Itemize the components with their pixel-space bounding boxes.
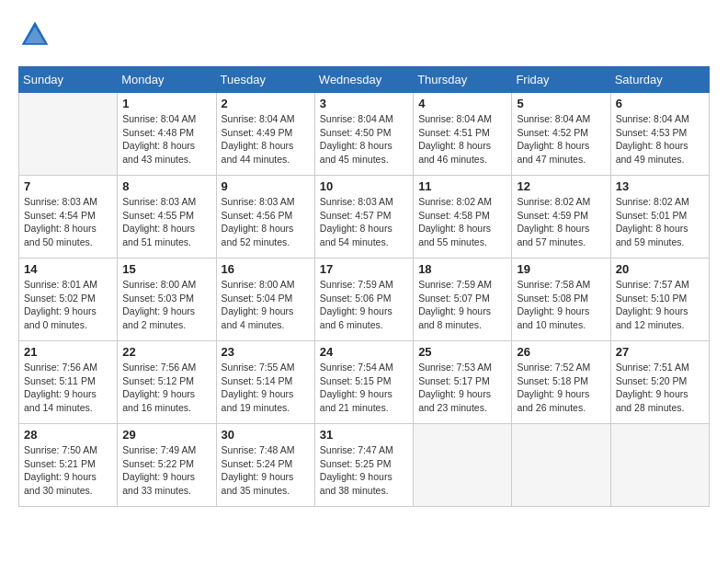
day-number: 1 (122, 97, 210, 110)
day-number: 5 (517, 97, 605, 110)
calendar-day-cell: 17Sunrise: 7:59 AMSunset: 5:06 PMDayligh… (314, 259, 413, 341)
calendar-week-row: 14Sunrise: 8:01 AMSunset: 5:02 PMDayligh… (19, 259, 710, 341)
day-number: 15 (122, 262, 210, 276)
calendar-weekday-header: Friday (512, 67, 610, 93)
day-info: Sunrise: 8:04 AMSunset: 4:51 PMDaylight:… (418, 112, 506, 167)
day-info: Sunrise: 8:04 AMSunset: 4:50 PMDaylight:… (320, 112, 408, 167)
calendar-weekday-header: Monday (118, 67, 216, 93)
day-info: Sunrise: 7:55 AMSunset: 5:14 PMDaylight:… (222, 361, 310, 415)
calendar-header-row: SundayMondayTuesdayWednesdayThursdayFrid… (19, 67, 710, 93)
logo (18, 18, 55, 52)
calendar-day-cell: 11Sunrise: 8:02 AMSunset: 4:58 PMDayligh… (414, 176, 512, 259)
day-info: Sunrise: 7:56 AMSunset: 5:11 PMDaylight:… (24, 361, 112, 415)
day-info: Sunrise: 8:02 AMSunset: 4:59 PMDaylight:… (517, 195, 605, 249)
calendar-day-cell: 14Sunrise: 8:01 AMSunset: 5:02 PMDayligh… (19, 259, 118, 341)
calendar-week-row: 28Sunrise: 7:50 AMSunset: 5:21 PMDayligh… (19, 424, 710, 507)
calendar-weekday-header: Sunday (19, 67, 118, 93)
day-info: Sunrise: 7:57 AMSunset: 5:10 PMDaylight:… (616, 278, 704, 332)
day-info: Sunrise: 8:04 AMSunset: 4:48 PMDaylight:… (122, 112, 210, 167)
calendar-day-cell: 2Sunrise: 8:04 AMSunset: 4:49 PMDaylight… (216, 93, 314, 176)
day-number: 30 (222, 428, 310, 442)
day-info: Sunrise: 7:58 AMSunset: 5:08 PMDaylight:… (517, 278, 605, 332)
day-info: Sunrise: 8:03 AMSunset: 4:54 PMDaylight:… (24, 195, 112, 249)
calendar-day-cell: 9Sunrise: 8:03 AMSunset: 4:56 PMDaylight… (216, 176, 314, 259)
day-number: 10 (320, 179, 408, 193)
day-info: Sunrise: 7:54 AMSunset: 5:15 PMDaylight:… (320, 361, 408, 415)
day-number: 20 (616, 262, 704, 276)
calendar-day-cell: 30Sunrise: 7:48 AMSunset: 5:24 PMDayligh… (216, 424, 314, 507)
calendar-day-cell: 4Sunrise: 8:04 AMSunset: 4:51 PMDaylight… (414, 93, 512, 176)
day-number: 14 (24, 262, 112, 276)
calendar-weekday-header: Saturday (610, 67, 709, 93)
day-number: 19 (517, 262, 605, 276)
calendar-day-cell (610, 424, 709, 507)
calendar-day-cell: 18Sunrise: 7:59 AMSunset: 5:07 PMDayligh… (414, 259, 512, 341)
calendar-day-cell: 22Sunrise: 7:56 AMSunset: 5:12 PMDayligh… (118, 341, 216, 424)
day-number: 12 (517, 179, 605, 193)
day-info: Sunrise: 8:02 AMSunset: 5:01 PMDaylight:… (616, 195, 704, 249)
day-info: Sunrise: 7:59 AMSunset: 5:07 PMDaylight:… (418, 278, 506, 332)
day-number: 25 (418, 345, 506, 359)
day-number: 21 (24, 345, 112, 359)
calendar-weekday-header: Wednesday (314, 67, 413, 93)
day-info: Sunrise: 8:00 AMSunset: 5:04 PMDaylight:… (222, 278, 310, 332)
day-number: 22 (122, 345, 210, 359)
day-info: Sunrise: 7:49 AMSunset: 5:22 PMDaylight:… (122, 443, 210, 498)
day-number: 8 (122, 179, 210, 193)
day-info: Sunrise: 8:03 AMSunset: 4:57 PMDaylight:… (320, 195, 408, 249)
calendar-weekday-header: Thursday (414, 67, 512, 93)
calendar-day-cell (19, 93, 118, 176)
page-header (18, 18, 710, 52)
day-info: Sunrise: 7:47 AMSunset: 5:25 PMDaylight:… (320, 443, 408, 498)
calendar-day-cell: 25Sunrise: 7:53 AMSunset: 5:17 PMDayligh… (414, 341, 512, 424)
day-info: Sunrise: 7:51 AMSunset: 5:20 PMDaylight:… (616, 361, 704, 415)
day-number: 2 (222, 97, 310, 110)
day-info: Sunrise: 8:04 AMSunset: 4:52 PMDaylight:… (517, 112, 605, 167)
calendar-week-row: 1Sunrise: 8:04 AMSunset: 4:48 PMDaylight… (19, 93, 710, 176)
day-number: 29 (122, 428, 210, 442)
day-info: Sunrise: 8:04 AMSunset: 4:49 PMDaylight:… (222, 112, 310, 167)
calendar-day-cell: 5Sunrise: 8:04 AMSunset: 4:52 PMDaylight… (512, 93, 610, 176)
calendar-day-cell: 19Sunrise: 7:58 AMSunset: 5:08 PMDayligh… (512, 259, 610, 341)
day-info: Sunrise: 7:56 AMSunset: 5:12 PMDaylight:… (122, 361, 210, 415)
calendar-day-cell: 24Sunrise: 7:54 AMSunset: 5:15 PMDayligh… (314, 341, 413, 424)
calendar-day-cell: 1Sunrise: 8:04 AMSunset: 4:48 PMDaylight… (118, 93, 216, 176)
day-info: Sunrise: 8:03 AMSunset: 4:55 PMDaylight:… (122, 195, 210, 249)
day-number: 16 (222, 262, 310, 276)
day-number: 7 (24, 179, 112, 193)
calendar-day-cell: 13Sunrise: 8:02 AMSunset: 5:01 PMDayligh… (610, 176, 709, 259)
day-info: Sunrise: 7:59 AMSunset: 5:06 PMDaylight:… (320, 278, 408, 332)
day-number: 9 (222, 179, 310, 193)
calendar-day-cell: 26Sunrise: 7:52 AMSunset: 5:18 PMDayligh… (512, 341, 610, 424)
calendar-day-cell: 10Sunrise: 8:03 AMSunset: 4:57 PMDayligh… (314, 176, 413, 259)
day-number: 6 (616, 97, 704, 110)
calendar-day-cell: 20Sunrise: 7:57 AMSunset: 5:10 PMDayligh… (610, 259, 709, 341)
day-number: 17 (320, 262, 408, 276)
day-info: Sunrise: 7:53 AMSunset: 5:17 PMDaylight:… (418, 361, 506, 415)
calendar-day-cell: 8Sunrise: 8:03 AMSunset: 4:55 PMDaylight… (118, 176, 216, 259)
day-number: 3 (320, 97, 408, 110)
day-number: 13 (616, 179, 704, 193)
logo-icon (18, 18, 51, 52)
day-info: Sunrise: 8:02 AMSunset: 4:58 PMDaylight:… (418, 195, 506, 249)
day-number: 4 (418, 97, 506, 110)
calendar-day-cell: 16Sunrise: 8:00 AMSunset: 5:04 PMDayligh… (216, 259, 314, 341)
day-number: 28 (24, 428, 112, 442)
calendar-day-cell: 28Sunrise: 7:50 AMSunset: 5:21 PMDayligh… (19, 424, 118, 507)
calendar-day-cell: 12Sunrise: 8:02 AMSunset: 4:59 PMDayligh… (512, 176, 610, 259)
day-number: 24 (320, 345, 408, 359)
day-info: Sunrise: 8:01 AMSunset: 5:02 PMDaylight:… (24, 278, 112, 332)
day-info: Sunrise: 7:50 AMSunset: 5:21 PMDaylight:… (24, 443, 112, 498)
day-number: 31 (320, 428, 408, 442)
day-number: 26 (517, 345, 605, 359)
calendar-day-cell (414, 424, 512, 507)
calendar-table: SundayMondayTuesdayWednesdayThursdayFrid… (18, 66, 710, 507)
calendar-day-cell: 31Sunrise: 7:47 AMSunset: 5:25 PMDayligh… (314, 424, 413, 507)
day-number: 18 (418, 262, 506, 276)
day-info: Sunrise: 8:00 AMSunset: 5:03 PMDaylight:… (122, 278, 210, 332)
calendar-week-row: 21Sunrise: 7:56 AMSunset: 5:11 PMDayligh… (19, 341, 710, 424)
day-number: 23 (222, 345, 310, 359)
day-info: Sunrise: 7:48 AMSunset: 5:24 PMDaylight:… (222, 443, 310, 498)
day-number: 27 (616, 345, 704, 359)
calendar-weekday-header: Tuesday (216, 67, 314, 93)
